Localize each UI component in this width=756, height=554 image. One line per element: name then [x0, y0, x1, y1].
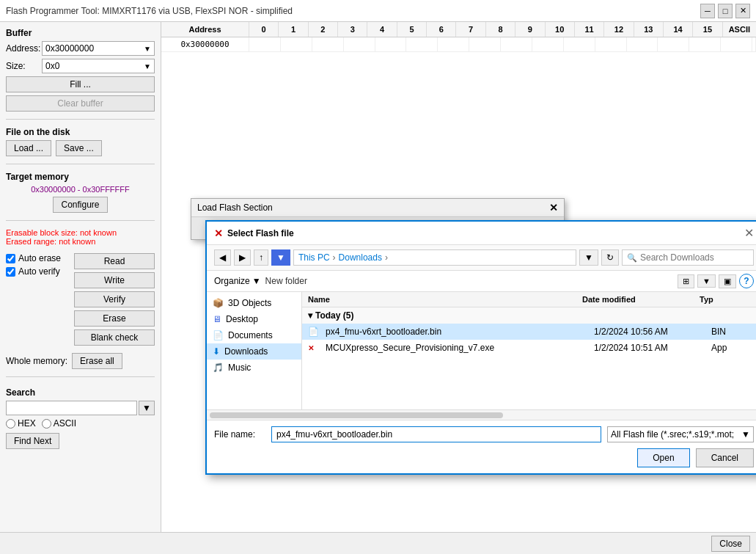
fill-button[interactable]: Fill ... — [6, 76, 155, 92]
file-name-mcux: MCUXpresso_Secure_Provisioning_v7.exe — [326, 343, 594, 353]
load-flash-close-icon[interactable]: ✕ — [549, 202, 558, 214]
maximize-button[interactable]: □ — [718, 4, 733, 18]
file-item-mcux[interactable]: ✕ MCUXpresso_Secure_Provisioning_v7.exe … — [302, 340, 756, 356]
hex-radio-label: HEX — [6, 418, 36, 429]
load-button[interactable]: Load ... — [6, 140, 51, 156]
col-4: 4 — [367, 22, 397, 37]
filetype-select[interactable]: All Flash file (*.srec;*.s19;*.mot; ▼ — [607, 426, 754, 442]
address-col-header: Address — [161, 22, 249, 37]
nav-path-sep2: › — [385, 252, 388, 263]
view-dropdown-button[interactable]: ▼ — [697, 274, 716, 288]
col-7: 7 — [456, 22, 485, 37]
nav-up-button[interactable]: ↑ — [254, 249, 268, 266]
file-content: Name Date modified Typ ▾ Today (5) 📄 px4… — [302, 292, 756, 409]
search-section: Search ▼ HEX ASCII Find Next — [6, 387, 155, 449]
file-icon-px4: 📄 — [308, 327, 323, 337]
col-15: 15 — [693, 22, 722, 37]
address-select[interactable]: 0x30000000 ▼ — [42, 41, 155, 56]
col-10: 10 — [546, 22, 575, 37]
configure-button[interactable]: Configure — [53, 197, 107, 213]
close-button[interactable]: ✕ — [735, 4, 750, 18]
minimize-button[interactable]: ─ — [700, 4, 715, 18]
size-select[interactable]: 0x0 ▼ — [42, 59, 155, 73]
address-label: Address: — [6, 43, 39, 54]
clear-buffer-button[interactable]: Clear buffer — [6, 95, 155, 112]
view-grid-button[interactable]: ⊞ — [678, 274, 694, 288]
toolbar-row: Organize ▼ New folder ⊞ ▼ ▣ ? — [207, 271, 756, 292]
auto-verify-checkbox[interactable] — [6, 267, 15, 277]
buffer-section: Buffer Address: 0x30000000 ▼ Size: 0x0 ▼… — [6, 28, 155, 112]
music-icon: 🎵 — [213, 362, 224, 373]
file-on-disk-title: File on the disk — [6, 127, 155, 137]
auto-erase-checkbox[interactable] — [6, 254, 15, 263]
sidebar-item-label-3d: 3D Objects — [228, 298, 271, 308]
open-button[interactable]: Open — [637, 448, 689, 467]
app-title: Flash Programmer Tool: MIMXRT1176 via US… — [6, 6, 293, 16]
nav-refresh-button[interactable]: ↻ — [601, 249, 619, 266]
blank-check-button[interactable]: Blank check — [74, 329, 155, 346]
find-next-button[interactable]: Find Next — [6, 433, 59, 449]
nav-forward-button[interactable]: ▶ — [234, 249, 251, 266]
search-radio-row: HEX ASCII — [6, 418, 155, 429]
nav-path-thispc[interactable]: This PC — [298, 252, 330, 263]
erase-all-button[interactable]: Erase all — [72, 353, 122, 369]
sidebar-item-label-downloads: Downloads — [224, 346, 268, 357]
nav-path-arrow-button[interactable]: ▼ — [271, 249, 290, 266]
ascii-radio[interactable] — [42, 419, 51, 429]
nav-back-button[interactable]: ◀ — [214, 249, 231, 266]
erase-button[interactable]: Erase — [74, 310, 155, 327]
close-main-button[interactable]: Close — [711, 536, 750, 552]
documents-icon: 📄 — [213, 330, 224, 340]
sidebar-item-downloads[interactable]: ⬇ Downloads — [207, 343, 301, 360]
auto-verify-label: Auto verify — [18, 266, 60, 277]
hex-radio[interactable] — [6, 419, 15, 429]
address-row: Address: 0x30000000 ▼ — [6, 41, 155, 56]
ascii-label: ASCII — [54, 418, 76, 429]
size-value: 0x0 — [45, 61, 59, 71]
file-item-px4[interactable]: 📄 px4_fmu-v6xrt_bootloader.bin 1/2/2024 … — [302, 324, 756, 340]
file-type-mcux: App — [711, 343, 755, 353]
sidebar-item-desktop[interactable]: 🖥 Desktop — [207, 311, 301, 327]
filename-input[interactable] — [271, 426, 601, 442]
size-arrow-icon: ▼ — [144, 62, 151, 70]
nav-dropdown-button[interactable]: ▼ — [579, 249, 598, 266]
view-pane-button[interactable]: ▣ — [719, 274, 736, 288]
erased-range-error: Erased range: not known — [6, 237, 155, 246]
sidebar-item-documents[interactable]: 📄 Documents — [207, 327, 301, 343]
file-dialog-close-button[interactable]: ✕ — [744, 226, 754, 240]
3d-icon: 📦 — [213, 298, 224, 308]
sidebar-item-music[interactable]: 🎵 Music — [207, 360, 301, 376]
load-flash-titlebar: Load Flash Section ✕ — [191, 199, 564, 217]
search-dropdown-button[interactable]: ▼ — [139, 401, 155, 415]
col-6: 6 — [427, 22, 456, 37]
op-buttons: Read Write Verify Erase Blank check — [74, 253, 155, 346]
organize-button[interactable]: Organize ▼ — [214, 276, 261, 286]
new-folder-button[interactable]: New folder — [265, 276, 307, 286]
nav-path-downloads[interactable]: Downloads — [339, 252, 382, 263]
col-3: 3 — [338, 22, 367, 37]
col-14: 14 — [664, 22, 693, 37]
verify-button[interactable]: Verify — [74, 291, 155, 307]
filename-row: File name: All Flash file (*.srec;*.s19;… — [214, 426, 754, 442]
search-bar-input[interactable] — [640, 252, 750, 263]
search-input[interactable] — [6, 401, 137, 415]
read-button[interactable]: Read — [74, 253, 155, 269]
write-button[interactable]: Write — [74, 272, 155, 288]
organize-arrow-icon: ▼ — [252, 276, 261, 286]
nav-bar: ◀ ▶ ↑ ▼ This PC › Downloads › ▼ ↻ 🔍 — [207, 245, 756, 271]
target-memory-section: Target memory 0x30000000 - 0x30FFFFFF Co… — [6, 172, 155, 213]
sidebar-item-3dobjects[interactable]: 📦 3D Objects — [207, 295, 301, 311]
load-flash-title: Load Flash Section — [197, 203, 273, 213]
cancel-button[interactable]: Cancel — [696, 448, 754, 467]
horizontal-scrollbar[interactable] — [207, 409, 756, 420]
save-button[interactable]: Save ... — [56, 140, 102, 156]
size-label: Size: — [6, 61, 39, 71]
col-type-header: Typ — [700, 295, 744, 304]
col-13: 13 — [634, 22, 664, 37]
file-dialog-icon: ✕ — [214, 227, 223, 239]
help-button[interactable]: ? — [739, 274, 754, 288]
file-dialog-titlebar: ✕ Select Flash file ✕ — [207, 222, 756, 245]
desktop-icon: 🖥 — [213, 314, 221, 324]
col-2: 2 — [309, 22, 338, 37]
whole-memory-label: Whole memory: — [6, 356, 67, 366]
